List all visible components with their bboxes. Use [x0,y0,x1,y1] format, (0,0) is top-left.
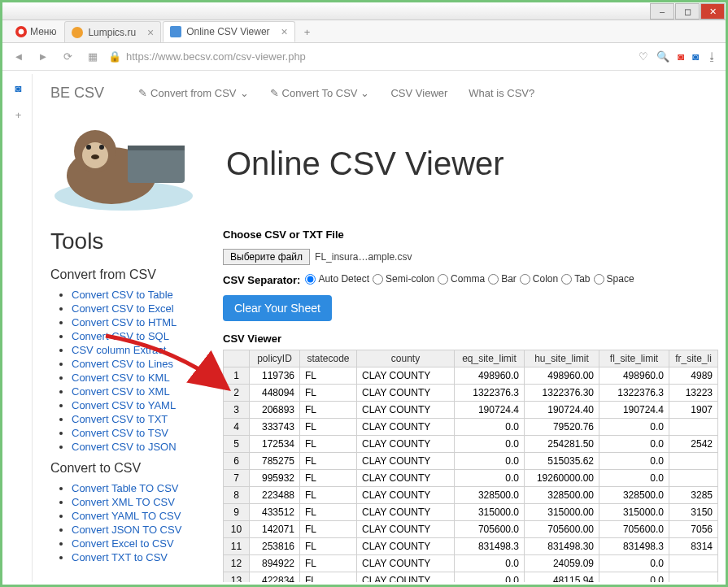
table-row[interactable]: 11253816FLCLAY COUNTY831498.3831498.3083… [224,537,718,554]
clear-sheet-button[interactable]: Clear Your Sheet [223,295,332,321]
cell: 831498.3 [599,537,669,554]
cell: 1322376.3 [455,384,525,401]
cell: 3285 [669,486,718,503]
cell: 0.0 [599,572,669,582]
csv-table-wrapper[interactable]: policyIDstatecodecountyeq_site_limithu_s… [223,350,718,583]
nav-csv-viewer[interactable]: CSV Viewer [390,87,447,99]
table-row[interactable]: 13422834FLCLAY COUNTY0.048115.940.0 [224,572,718,582]
separator-option[interactable]: Semi-colon [373,273,434,285]
column-header[interactable]: fr_site_li [669,350,718,367]
close-tab-icon[interactable]: × [281,25,287,38]
tool-link[interactable]: Convert YAML TO CSV [72,510,190,522]
cell: FL [300,537,357,554]
close-tab-icon[interactable]: × [147,26,154,39]
tool-link[interactable]: Convert Table TO CSV [72,482,190,494]
page-title: Online CSV Viewer [226,146,504,182]
tool-link[interactable]: Convert CSV to KML [72,372,190,384]
brand-logo[interactable]: BE CSV [50,85,104,102]
menu-label: Меню [30,26,56,37]
cell: 4989 [669,367,718,384]
separator-option[interactable]: Colon [520,273,558,285]
tab-csv-viewer[interactable]: Online CSV Viewer × [163,21,295,42]
back-icon[interactable]: ◄ [11,50,27,63]
tool-link[interactable]: Convert CSV to Excel [72,302,190,315]
separator-label: CSV Separator: [223,274,300,286]
column-header[interactable]: county [357,350,455,367]
svg-rect-8 [128,146,185,150]
table-row[interactable]: 9433512FLCLAY COUNTY315000.0315000.00315… [224,503,718,520]
column-header[interactable]: statecode [300,350,357,367]
nav-what-is-csv[interactable]: What is CSV? [469,87,534,99]
tool-link[interactable]: Convert Excel to CSV [72,537,190,550]
tool-link[interactable]: Convert CSV to JSON [72,441,190,453]
cell: 0.0 [455,554,525,572]
tool-link[interactable]: Convert CSV to SQL [72,330,190,342]
download-icon[interactable]: ⭳ [707,50,717,63]
table-row[interactable]: 10142071FLCLAY COUNTY705600.0705600.0070… [224,520,718,537]
cell: 422834 [250,572,300,582]
choose-file-button[interactable]: Выберите файл [223,249,310,265]
tool-link[interactable]: Convert CSV to YAML [72,399,190,411]
bookmark-icon[interactable]: ♡ [639,50,648,63]
tool-link[interactable]: Convert CSV to HTML [72,316,190,328]
cell: FL [300,384,357,401]
tool-link[interactable]: Convert TXT to CSV [72,551,190,563]
row-number: 5 [224,435,250,452]
tool-link[interactable]: Convert JSON TO CSV [72,524,190,536]
tool-link[interactable]: Convert CSV to Lines [72,358,190,370]
sidebar-item-icon[interactable]: ◙ [15,82,22,94]
nav-convert-from[interactable]: ✎Convert from CSV ⌄ [138,87,248,99]
table-row[interactable]: 4333743FLCLAY COUNTY0.079520.760.0 [224,418,718,435]
column-header[interactable]: fl_site_limit [599,350,669,367]
tab-lumpics[interactable]: Lumpics.ru × [64,21,161,42]
forward-icon[interactable]: ► [35,50,51,63]
table-row[interactable]: 1119736FLCLAY COUNTY498960.0498960.00498… [224,367,718,384]
separator-option[interactable]: Auto Detect [305,273,369,285]
separator-option[interactable]: Space [594,273,634,285]
separator-option[interactable]: Comma [438,273,485,285]
column-header[interactable]: hu_site_limit [525,350,599,367]
tool-link[interactable]: Convert CSV to XML [72,385,190,398]
cell [669,554,718,572]
table-row[interactable]: 3206893FLCLAY COUNTY190724.4190724.40190… [224,401,718,418]
close-button[interactable]: ✕ [700,3,725,20]
table-row[interactable]: 6785275FLCLAY COUNTY0.0515035.620.0 [224,452,718,469]
cell: 333743 [250,418,300,435]
speed-dial-icon[interactable]: ▦ [84,50,100,63]
cell: 142071 [250,520,300,537]
url-input[interactable]: 🔒 https://www.becsv.com/csv-viewer.php [108,50,630,63]
cell: 705600.0 [599,520,669,537]
zoom-icon[interactable]: 🔍 [656,50,669,63]
opera-badge-icon[interactable]: ◙ [678,50,684,63]
opera-menu-button[interactable]: Меню [7,21,64,42]
cell [669,452,718,469]
tool-link[interactable]: Convert CSV to Table [72,289,190,301]
sidebar-add-icon[interactable]: + [15,109,22,121]
cell [669,469,718,486]
column-header[interactable]: policyID [250,350,300,367]
table-row[interactable]: 5172534FLCLAY COUNTY0.0254281.500.02542 [224,435,718,452]
cell: 0.0 [599,452,669,469]
nav-convert-to[interactable]: ✎Convert To CSV ⌄ [270,87,370,99]
row-number: 10 [224,520,250,537]
minimize-button[interactable]: – [650,3,674,20]
tool-link[interactable]: Convert CSV to TSV [72,427,190,439]
table-row[interactable]: 12894922FLCLAY COUNTY0.024059.090.0 [224,554,718,572]
maximize-button[interactable]: ◻ [675,3,700,20]
ext-icon[interactable]: ◙ [692,50,699,63]
tool-link[interactable]: CSV column Extract [72,344,190,356]
reload-icon[interactable]: ⟳ [59,50,76,63]
cell: CLAY COUNTY [357,401,455,418]
cell: 831498.30 [525,537,599,554]
cell: FL [300,554,357,572]
separator-option[interactable]: Tab [561,273,590,285]
tool-link[interactable]: Convert XML TO CSV [72,496,190,508]
tool-link[interactable]: Convert CSV to TXT [72,413,190,425]
separator-option[interactable]: Bar [488,273,517,285]
column-header[interactable]: eq_site_limit [455,350,525,367]
new-tab-button[interactable]: + [297,21,318,42]
table-row[interactable]: 8223488FLCLAY COUNTY328500.0328500.00328… [224,486,718,503]
table-row[interactable]: 2448094FLCLAY COUNTY1322376.31322376.301… [224,384,718,401]
sidebar-tools: Tools Convert from CSV Convert CSV to Ta… [50,228,190,582]
table-row[interactable]: 7995932FLCLAY COUNTY0.019260000.000.0 [224,469,718,486]
